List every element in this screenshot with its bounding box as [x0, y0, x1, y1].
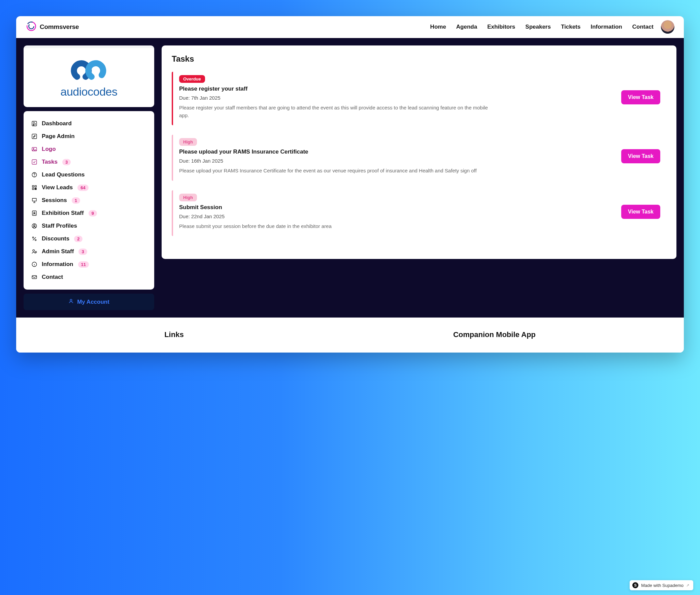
id-icon [31, 210, 38, 217]
nav-link-speakers[interactable]: Speakers [525, 24, 551, 30]
task-description: Please upload your RAMS Insurance Certif… [179, 167, 489, 175]
sidebar-item-label: Page Admin [42, 133, 75, 140]
svg-rect-11 [35, 186, 37, 187]
supademo-icon: S [632, 582, 638, 588]
footer-mobile-heading: Companion Mobile App [453, 330, 536, 339]
sidebar-item-discounts[interactable]: Discounts2 [29, 232, 149, 245]
svg-point-24 [70, 299, 72, 301]
sidebar-item-label: Contact [42, 274, 63, 281]
sidebar-item-label: Lead Questions [42, 171, 85, 178]
svg-point-6 [33, 148, 34, 149]
admin-icon [31, 248, 38, 255]
user-icon [68, 298, 74, 305]
sidebar-item-label: Admin Staff [42, 248, 74, 255]
svg-point-20 [33, 250, 34, 251]
svg-rect-4 [32, 134, 37, 139]
sidebar-item-page-admin[interactable]: Page Admin [29, 130, 149, 143]
sidebar-item-lead-questions[interactable]: Lead Questions [29, 168, 149, 181]
check-square-icon [31, 159, 38, 165]
edit-icon [31, 133, 38, 140]
main-content: Tasks OverduePlease register your staffD… [162, 46, 676, 259]
sidebar-item-badge: 64 [78, 185, 88, 191]
nav-link-contact[interactable]: Contact [632, 24, 653, 30]
presentation-icon [31, 197, 38, 204]
svg-rect-10 [32, 186, 34, 187]
sidebar-item-staff-profiles[interactable]: Staff Profiles [29, 220, 149, 232]
sidebar-item-label: Logo [42, 146, 56, 152]
task-due: Due: 22nd Jan 2025 [179, 214, 614, 219]
brand-name: Commsverse [40, 23, 79, 31]
sidebar-item-information[interactable]: Information11 [29, 258, 149, 271]
task-title: Please register your staff [179, 86, 614, 92]
svg-point-15 [34, 212, 35, 214]
sidebar-item-contact[interactable]: Contact [29, 271, 149, 284]
sidebar-item-badge: 9 [89, 210, 97, 217]
user-avatar[interactable] [661, 20, 674, 34]
percent-icon [31, 235, 38, 242]
task-description: Please register your staff members that … [179, 104, 489, 119]
nav-link-tickets[interactable]: Tickets [561, 24, 581, 30]
priority-pill: High [179, 138, 197, 146]
image-icon [31, 146, 38, 152]
sidebar-item-label: Tasks [42, 159, 58, 165]
task-body: HighPlease upload your RAMS Insurance Ce… [179, 138, 614, 175]
rss-icon [31, 120, 38, 127]
priority-pill: Overdue [179, 75, 205, 83]
sidebar-item-badge: 3 [79, 249, 87, 255]
task-card: OverduePlease register your staffDue: 7t… [172, 72, 666, 125]
user-icon [31, 223, 38, 229]
qr-icon [31, 184, 38, 191]
nav-link-information[interactable]: Information [590, 24, 622, 30]
top-nav: Commsverse Home Agenda Exhibitors Speake… [16, 16, 684, 38]
help-icon [31, 171, 38, 178]
sidebar-item-badge: 3 [62, 159, 71, 165]
view-task-button[interactable]: View Task [621, 205, 660, 219]
svg-point-9 [34, 176, 35, 176]
sidebar-item-exhibition-staff[interactable]: Exhibition Staff9 [29, 207, 149, 220]
view-task-button[interactable]: View Task [621, 90, 660, 104]
nav-link-exhibitors[interactable]: Exhibitors [487, 24, 515, 30]
svg-point-19 [35, 239, 36, 241]
my-account-button[interactable]: My Account [24, 294, 154, 310]
svg-rect-23 [32, 276, 37, 279]
company-logo-card: audiocodes [24, 46, 154, 107]
svg-point-17 [34, 225, 35, 226]
brand-logo-icon [26, 21, 37, 33]
sidebar-item-tasks[interactable]: Tasks3 [29, 155, 149, 168]
page-title: Tasks [172, 54, 666, 64]
app-frame: Commsverse Home Agenda Exhibitors Speake… [16, 16, 684, 352]
sidebar-item-label: Discounts [42, 235, 69, 242]
supademo-badge[interactable]: S Made with Supademo ↗ [630, 580, 693, 590]
task-due: Due: 16th Jan 2025 [179, 158, 614, 164]
supademo-label: Made with Supademo [641, 583, 683, 588]
svg-rect-3 [32, 121, 37, 126]
sidebar-item-badge: 2 [74, 236, 83, 242]
company-name: audiocodes [61, 85, 117, 98]
sidebar-item-sessions[interactable]: Sessions1 [29, 194, 149, 207]
sidebar-item-label: Dashboard [42, 120, 72, 127]
task-body: OverduePlease register your staffDue: 7t… [179, 75, 614, 119]
nav-link-agenda[interactable]: Agenda [456, 24, 477, 30]
view-task-button[interactable]: View Task [621, 149, 660, 163]
task-card: HighPlease upload your RAMS Insurance Ce… [172, 135, 666, 181]
info-icon [31, 261, 38, 268]
svg-rect-12 [32, 188, 34, 190]
brand[interactable]: Commsverse [26, 21, 79, 33]
sidebar-item-admin-staff[interactable]: Admin Staff3 [29, 245, 149, 258]
nav-link-home[interactable]: Home [430, 24, 446, 30]
nav-links: Home Agenda Exhibitors Speakers Tickets … [430, 24, 653, 30]
sidebar-item-label: Staff Profiles [42, 223, 77, 229]
sidebar-item-badge: 11 [78, 261, 89, 268]
task-description: Please submit your session before the du… [179, 223, 489, 230]
tasks-list: OverduePlease register your staffDue: 7t… [172, 72, 666, 236]
mail-icon [31, 274, 38, 281]
task-due: Due: 7th Jan 2025 [179, 95, 614, 101]
sidebar-menu: DashboardPage AdminLogoTasks3Lead Questi… [24, 111, 154, 290]
sidebar-item-logo[interactable]: Logo [29, 143, 149, 155]
sidebar-item-label: Sessions [42, 197, 67, 204]
task-title: Submit Session [179, 204, 614, 211]
sidebar-item-dashboard[interactable]: Dashboard [29, 117, 149, 130]
svg-rect-13 [32, 198, 36, 201]
sidebar-item-view-leads[interactable]: View Leads64 [29, 181, 149, 194]
priority-pill: High [179, 194, 197, 201]
